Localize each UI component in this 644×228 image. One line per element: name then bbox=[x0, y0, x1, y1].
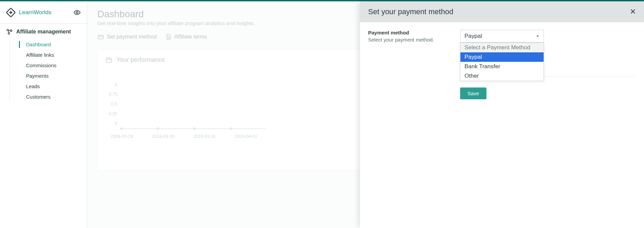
affiliate-terms-label: Affiliate terms bbox=[174, 34, 207, 40]
svg-rect-6 bbox=[106, 58, 112, 62]
set-payment-method-button[interactable]: Set payment method bbox=[97, 33, 157, 40]
sidebar-nav: Dashboard Affiliate links Commissions Pa… bbox=[9, 39, 87, 102]
chart-point bbox=[230, 127, 232, 130]
calendar-icon bbox=[105, 56, 113, 64]
close-icon: ✕ bbox=[630, 7, 636, 16]
x-tick: 2024-03-29 bbox=[111, 134, 133, 139]
select-value: Paypal bbox=[464, 33, 482, 40]
nav-dashboard[interactable]: Dashboard bbox=[19, 39, 87, 50]
y-tick: 0.25 bbox=[107, 111, 120, 116]
nav-leads[interactable]: Leads bbox=[19, 81, 87, 92]
set-payment-method-label: Set payment method bbox=[107, 34, 157, 40]
dropdown-option-other[interactable]: Other bbox=[460, 71, 544, 81]
panel-title: Set your payment method bbox=[368, 7, 630, 16]
svg-rect-5 bbox=[98, 35, 103, 39]
y-tick: 0 bbox=[107, 121, 120, 126]
close-button[interactable]: ✕ bbox=[630, 8, 636, 16]
dropdown-option-placeholder[interactable]: Select a Payment Method bbox=[460, 43, 544, 52]
brand-name: LearnWorlds bbox=[19, 9, 73, 16]
y-tick: 0.75 bbox=[107, 92, 120, 97]
affiliate-icon bbox=[6, 28, 13, 35]
document-icon bbox=[165, 33, 172, 40]
sidebar-section-header: Affiliate management bbox=[0, 24, 87, 39]
caret-down-icon: ▼ bbox=[536, 34, 540, 38]
nav-customers[interactable]: Customers bbox=[19, 92, 87, 102]
wallet-icon bbox=[97, 33, 104, 40]
nav-affiliate-links[interactable]: Affiliate links bbox=[19, 50, 87, 60]
payment-method-label: Payment method bbox=[368, 30, 447, 35]
svg-point-1 bbox=[76, 11, 78, 14]
x-tick: 2024-04-01 bbox=[235, 134, 258, 139]
x-tick: 2024-03-31 bbox=[193, 134, 216, 139]
sidebar-section-title: Affiliate management bbox=[16, 29, 71, 35]
y-tick: 1 bbox=[107, 82, 120, 87]
save-button[interactable]: Save bbox=[460, 87, 486, 99]
dropdown-option-bank-transfer[interactable]: Bank Transfer bbox=[460, 62, 544, 71]
chart-point bbox=[120, 127, 123, 130]
affiliate-terms-button[interactable]: Affiliate terms bbox=[165, 33, 207, 40]
y-tick: 0.5 bbox=[107, 101, 120, 106]
preview-eye-icon[interactable] bbox=[73, 9, 81, 16]
panel-header: Set your payment method ✕ bbox=[360, 1, 644, 22]
dropdown-option-paypal[interactable]: Paypal bbox=[460, 52, 544, 62]
payment-method-dropdown: Select a Payment Method Paypal Bank Tran… bbox=[460, 43, 544, 81]
x-tick: 2024-03-30 bbox=[152, 134, 175, 139]
nav-commissions[interactable]: Commissions bbox=[19, 60, 87, 71]
chart-series-line bbox=[120, 128, 265, 129]
sidebar: LearnWorlds Affiliate management Dashboa… bbox=[0, 1, 87, 228]
chart-point bbox=[157, 127, 159, 130]
sidebar-header: LearnWorlds bbox=[0, 1, 87, 24]
payment-method-description: Select your payment method. bbox=[368, 37, 447, 43]
payment-method-select[interactable]: Paypal ▼ bbox=[460, 30, 544, 43]
nav-payments[interactable]: Payments bbox=[19, 71, 87, 81]
chart-point bbox=[193, 127, 196, 130]
payment-method-panel: Set your payment method ✕ Payment method… bbox=[360, 1, 644, 228]
brand-logo-icon bbox=[6, 8, 16, 17]
